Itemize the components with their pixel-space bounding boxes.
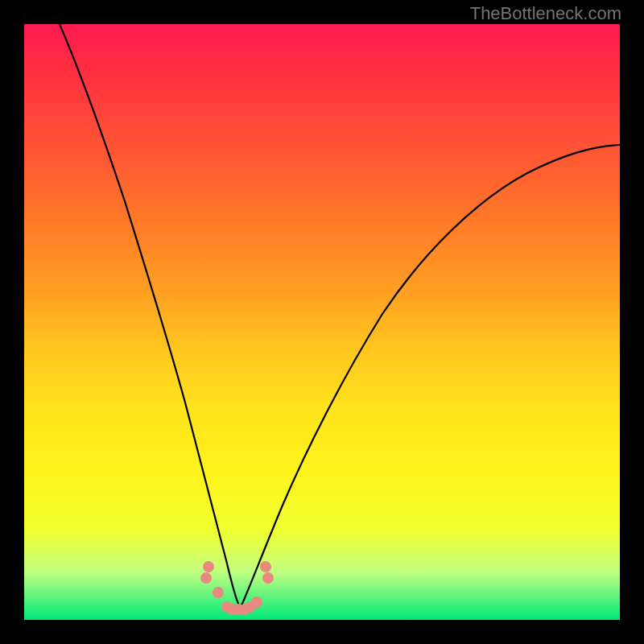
marker-dot [200,572,212,584]
bottleneck-curve-path [60,24,620,607]
watermark: TheBottleneck.com [470,3,621,24]
marker-group [200,561,274,615]
plot-area [24,24,620,620]
curve-svg [24,24,620,620]
marker-dot [262,572,274,584]
chart-frame: TheBottleneck.com [0,0,644,644]
marker-dot [203,561,214,572]
marker-dot [260,561,271,572]
marker-dot [251,597,262,608]
marker-dot [213,587,224,598]
